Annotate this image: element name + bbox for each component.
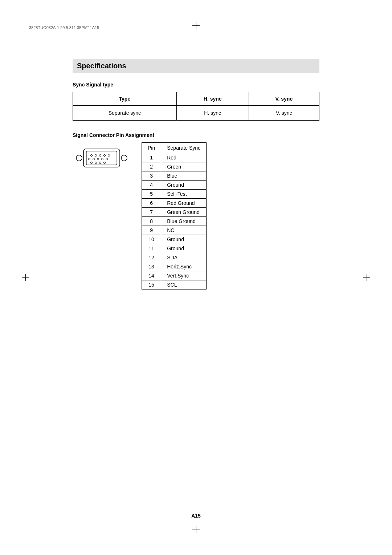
pin-number-cell: 5: [142, 190, 161, 199]
pin-signal-cell: Ground: [161, 181, 207, 190]
connector-diagram: [73, 146, 131, 173]
pin-table-row: 7Green Ground: [142, 208, 207, 217]
pin-table-row: 10Ground: [142, 235, 207, 244]
sync-hsync-cell: H. sync: [176, 106, 249, 121]
svg-point-12: [91, 162, 93, 164]
pin-signal-cell: SCL: [161, 280, 207, 289]
corner-mark-top-right: [359, 22, 370, 33]
sync-vsync-cell: V. sync: [249, 106, 319, 121]
pin-table-row: 5Self-Test: [142, 190, 207, 199]
svg-point-3: [95, 155, 97, 157]
crosshair-right: [363, 274, 370, 281]
corner-mark-bottom-left: [22, 522, 33, 533]
page-number: A15: [191, 513, 201, 519]
svg-rect-0: [83, 149, 120, 167]
pin-number-cell: 1: [142, 153, 161, 162]
pin-signal-cell: Ground: [161, 235, 207, 244]
svg-point-17: [121, 155, 127, 161]
connector-section: Pin Separate Sync 1Red2Green3Blue4Ground…: [73, 142, 319, 289]
svg-point-4: [99, 155, 101, 157]
svg-point-5: [104, 155, 106, 157]
pin-number-cell: 7: [142, 208, 161, 217]
pin-table-row: 1Red: [142, 153, 207, 162]
pin-number-cell: 2: [142, 162, 161, 171]
pin-table-header-sync: Separate Sync: [161, 143, 207, 153]
pin-number-cell: 4: [142, 181, 161, 190]
pin-signal-cell: Vert.Sync: [161, 271, 207, 280]
crosshair-bottom: [192, 526, 200, 533]
svg-point-11: [106, 158, 108, 160]
pin-number-cell: 13: [142, 262, 161, 271]
pin-table-row: 13Horiz.Sync: [142, 262, 207, 271]
sync-table-header-vsync: V. sync: [249, 92, 319, 106]
pin-table-header-pin: Pin: [142, 143, 161, 153]
pin-table-row: 3Blue: [142, 171, 207, 181]
svg-point-16: [76, 155, 82, 161]
content-area: Specifications Sync Signal type Type H. …: [73, 59, 319, 289]
vga-connector-svg: [73, 146, 131, 171]
pin-table-row: 6Red Ground: [142, 199, 207, 208]
sync-signal-subtitle: Sync Signal type: [73, 82, 319, 88]
sync-type-cell: Separate sync: [73, 106, 177, 121]
pin-signal-cell: Green: [161, 162, 207, 171]
pin-signal-cell: Red: [161, 153, 207, 162]
svg-point-9: [97, 158, 99, 160]
pin-table-row: 15SCL: [142, 280, 207, 289]
page: 3828TUO032A-1 99.5.311:35PM˜ ` A15 Speci…: [0, 0, 392, 555]
pin-signal-cell: Self-Test: [161, 190, 207, 199]
corner-mark-bottom-right: [359, 522, 370, 533]
pin-signal-cell: Blue Ground: [161, 217, 207, 226]
pin-table-row: 8Blue Ground: [142, 217, 207, 226]
section-title: Specifications: [73, 59, 319, 73]
pin-table-row: 4Ground: [142, 181, 207, 190]
sync-table-header-type: Type: [73, 92, 177, 106]
corner-mark-top-left: [22, 22, 33, 33]
svg-point-15: [104, 162, 106, 164]
pin-number-cell: 10: [142, 235, 161, 244]
pin-signal-cell: SDA: [161, 253, 207, 262]
svg-point-13: [95, 162, 97, 164]
signal-connector-subtitle: Signal Connector Pin Assignment: [73, 132, 319, 138]
svg-point-7: [89, 158, 90, 160]
sync-table-header-hsync: H. sync: [176, 92, 249, 106]
pin-signal-cell: NC: [161, 226, 207, 235]
svg-point-14: [99, 162, 101, 164]
pin-number-cell: 15: [142, 280, 161, 289]
pin-signal-cell: Horiz.Sync: [161, 262, 207, 271]
pin-number-cell: 14: [142, 271, 161, 280]
pin-signal-cell: Blue: [161, 171, 207, 181]
pin-table-row: 11Ground: [142, 244, 207, 253]
pin-table-row: 14Vert.Sync: [142, 271, 207, 280]
pin-signal-cell: Ground: [161, 244, 207, 253]
svg-point-2: [91, 155, 93, 157]
pin-number-cell: 3: [142, 171, 161, 181]
svg-rect-1: [86, 151, 117, 165]
crosshair-top: [192, 22, 200, 29]
pin-table-row: 9NC: [142, 226, 207, 235]
crosshair-left: [22, 274, 29, 281]
sync-table-row: Separate sync H. sync V. sync: [73, 106, 319, 121]
pin-table-row: 2Green: [142, 162, 207, 171]
pin-table: Pin Separate Sync 1Red2Green3Blue4Ground…: [142, 142, 207, 289]
sync-signal-table: Type H. sync V. sync Separate sync H. sy…: [73, 92, 319, 121]
pin-signal-cell: Red Ground: [161, 199, 207, 208]
pin-number-cell: 9: [142, 226, 161, 235]
pin-table-row: 12SDA: [142, 253, 207, 262]
pin-signal-cell: Green Ground: [161, 208, 207, 217]
pin-number-cell: 8: [142, 217, 161, 226]
svg-point-10: [102, 158, 103, 160]
pin-number-cell: 12: [142, 253, 161, 262]
svg-point-6: [108, 155, 110, 157]
pin-number-cell: 11: [142, 244, 161, 253]
svg-point-8: [93, 158, 95, 160]
pin-number-cell: 6: [142, 199, 161, 208]
